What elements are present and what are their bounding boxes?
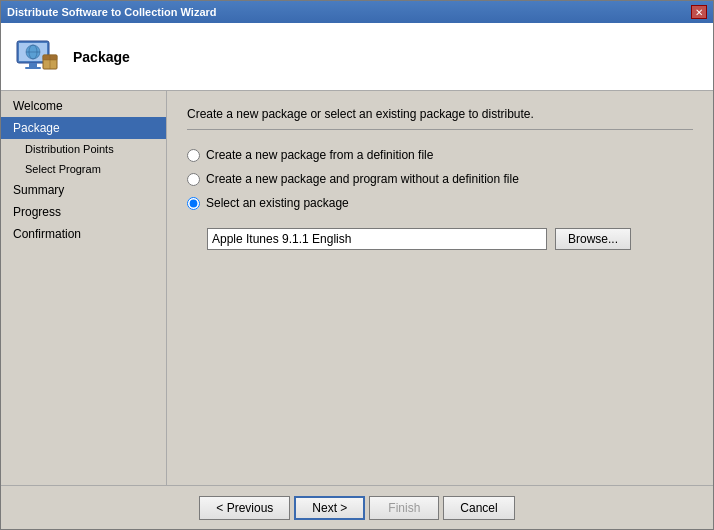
- sidebar-item-distribution-points[interactable]: Distribution Points: [1, 139, 166, 159]
- svg-rect-5: [29, 63, 37, 67]
- main-content: Create a new package or select an existi…: [167, 91, 713, 485]
- package-icon: [13, 33, 61, 81]
- sidebar-item-select-program[interactable]: Select Program: [1, 159, 166, 179]
- radio-new-def-label: Create a new package from a definition f…: [206, 148, 433, 162]
- next-button[interactable]: Next >: [294, 496, 365, 520]
- radio-new-no-def-row[interactable]: Create a new package and program without…: [187, 172, 693, 186]
- radio-new-no-def-label: Create a new package and program without…: [206, 172, 519, 186]
- header-area: Package: [1, 23, 713, 91]
- cancel-button[interactable]: Cancel: [443, 496, 514, 520]
- radio-group: Create a new package from a definition f…: [187, 148, 693, 210]
- sidebar: WelcomePackageDistribution PointsSelect …: [1, 91, 167, 485]
- sidebar-item-summary[interactable]: Summary: [1, 179, 166, 201]
- footer: < Previous Next > Finish Cancel: [1, 485, 713, 529]
- sidebar-item-progress[interactable]: Progress: [1, 201, 166, 223]
- close-button[interactable]: ✕: [691, 5, 707, 19]
- package-input-row: Browse...: [207, 228, 693, 250]
- sidebar-item-package[interactable]: Package: [1, 117, 166, 139]
- radio-new-def[interactable]: [187, 149, 200, 162]
- radio-new-no-def[interactable]: [187, 173, 200, 186]
- radio-existing-row[interactable]: Select an existing package: [187, 196, 693, 210]
- window-title: Distribute Software to Collection Wizard: [7, 6, 217, 18]
- title-bar: Distribute Software to Collection Wizard…: [1, 1, 713, 23]
- finish-button[interactable]: Finish: [369, 496, 439, 520]
- main-description: Create a new package or select an existi…: [187, 107, 693, 121]
- package-input[interactable]: [207, 228, 547, 250]
- divider: [187, 129, 693, 130]
- radio-existing[interactable]: [187, 197, 200, 210]
- wizard-window: Distribute Software to Collection Wizard…: [0, 0, 714, 530]
- radio-new-def-row[interactable]: Create a new package from a definition f…: [187, 148, 693, 162]
- radio-existing-label: Select an existing package: [206, 196, 349, 210]
- content-area: WelcomePackageDistribution PointsSelect …: [1, 91, 713, 485]
- header-title: Package: [73, 49, 130, 65]
- sidebar-item-confirmation[interactable]: Confirmation: [1, 223, 166, 245]
- svg-rect-6: [25, 67, 41, 69]
- previous-button[interactable]: < Previous: [199, 496, 290, 520]
- browse-button[interactable]: Browse...: [555, 228, 631, 250]
- sidebar-item-welcome[interactable]: Welcome: [1, 95, 166, 117]
